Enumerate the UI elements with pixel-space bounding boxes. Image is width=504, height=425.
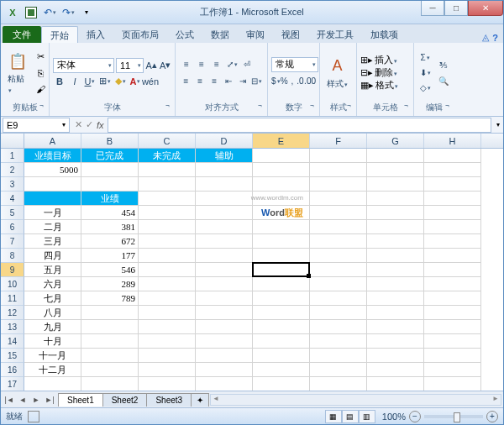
fill-color-button[interactable]: ◆ xyxy=(113,75,127,88)
underline-button[interactable]: U xyxy=(83,75,97,88)
qat-customize-icon[interactable]: ▾ xyxy=(78,4,95,21)
name-box[interactable]: E9▾ xyxy=(3,118,70,133)
fill-icon[interactable]: ⬇ xyxy=(417,66,433,81)
page-break-view-icon[interactable]: ▥ xyxy=(359,410,375,423)
number-format-combo[interactable]: 常规 xyxy=(271,57,318,72)
format-cells-icon[interactable]: ▦▸ xyxy=(360,80,374,91)
tab-home[interactable]: 开始 xyxy=(41,26,78,43)
increase-font-icon[interactable]: A▴ xyxy=(145,59,158,72)
horizontal-scrollbar[interactable] xyxy=(210,394,501,406)
currency-icon[interactable]: $ xyxy=(271,74,281,89)
col-c[interactable]: C xyxy=(139,134,196,148)
merge-cells-icon[interactable]: ⊟ xyxy=(249,74,264,89)
cell[interactable]: 辅助 xyxy=(196,149,253,163)
col-e[interactable]: E xyxy=(253,134,310,148)
expand-formula-icon[interactable]: ▾ xyxy=(493,121,503,129)
redo-icon[interactable]: ↷ xyxy=(60,4,76,21)
col-g[interactable]: G xyxy=(367,134,424,148)
col-h[interactable]: H xyxy=(424,134,481,148)
tab-data[interactable]: 数据 xyxy=(202,26,238,43)
tab-addins[interactable]: 加载项 xyxy=(362,26,407,43)
minimize-ribbon-icon[interactable]: ◬ xyxy=(482,32,489,43)
wrap-text-icon[interactable]: ⏎ xyxy=(239,57,255,72)
insert-cells-button[interactable]: 插入 xyxy=(375,54,397,66)
normal-view-icon[interactable]: ▦ xyxy=(325,410,342,423)
orientation-icon[interactable]: ⤢ xyxy=(224,57,239,72)
tab-layout[interactable]: 页面布局 xyxy=(113,26,167,43)
paste-button[interactable]: 📋 粘贴 xyxy=(4,45,31,101)
tab-developer[interactable]: 开发工具 xyxy=(308,26,362,43)
clear-icon[interactable]: ◇ xyxy=(417,81,433,96)
col-a[interactable]: A xyxy=(24,134,81,148)
font-name-combo[interactable]: 宋体 xyxy=(53,58,114,73)
formula-input[interactable] xyxy=(108,118,491,133)
styles-button[interactable]: A 样式 xyxy=(323,45,351,101)
excel-icon[interactable]: X xyxy=(4,4,21,21)
tab-file[interactable]: 文件 xyxy=(3,26,41,43)
percent-icon[interactable]: % xyxy=(281,74,289,89)
zoom-out-button[interactable]: − xyxy=(409,411,421,422)
italic-button[interactable]: I xyxy=(68,75,81,88)
increase-decimal-icon[interactable]: .0 xyxy=(297,74,305,89)
tab-review[interactable]: 审阅 xyxy=(238,26,273,43)
page-layout-view-icon[interactable]: ▤ xyxy=(342,410,359,423)
cancel-formula-icon[interactable]: ✕ xyxy=(75,119,82,130)
increase-indent-icon[interactable]: ⇥ xyxy=(235,74,249,89)
format-painter-icon[interactable]: 🖌 xyxy=(33,81,48,97)
col-d[interactable]: D xyxy=(196,134,253,148)
font-color-button[interactable]: A xyxy=(129,75,142,88)
grid-rows[interactable]: 1业绩目标已完成未完成辅助 25000 3 4业绩 5一月454 6二月381 … xyxy=(1,149,503,391)
align-middle-icon[interactable]: ≡ xyxy=(194,57,209,72)
align-bottom-icon[interactable]: ≡ xyxy=(209,57,224,72)
sheet-tab-3[interactable]: Sheet3 xyxy=(146,393,192,407)
tab-nav-next-icon[interactable]: ► xyxy=(29,393,43,407)
delete-cells-icon[interactable]: ⊟▸ xyxy=(360,67,373,78)
zoom-slider[interactable] xyxy=(424,415,483,418)
decrease-font-icon[interactable]: A▾ xyxy=(159,59,171,72)
macro-record-icon[interactable] xyxy=(28,411,39,422)
maximize-button[interactable]: □ xyxy=(444,1,468,16)
tab-formulas[interactable]: 公式 xyxy=(167,26,202,43)
tab-insert[interactable]: 插入 xyxy=(78,26,113,43)
cell[interactable]: 未完成 xyxy=(139,149,196,163)
align-right-icon[interactable]: ≡ xyxy=(207,74,222,89)
enter-formula-icon[interactable]: ✓ xyxy=(86,119,93,130)
delete-cells-button[interactable]: 删除 xyxy=(375,66,397,79)
save-icon[interactable] xyxy=(23,4,39,21)
bold-button[interactable]: B xyxy=(53,75,66,88)
fx-icon[interactable]: fx xyxy=(97,120,104,130)
cell[interactable]: 已完成 xyxy=(81,149,139,163)
select-all-corner[interactable] xyxy=(1,134,24,148)
sheet-tab-2[interactable]: Sheet2 xyxy=(102,393,148,407)
col-b[interactable]: B xyxy=(81,134,139,148)
cell[interactable]: 业绩 xyxy=(81,192,139,206)
format-cells-button[interactable]: 格式 xyxy=(375,79,398,92)
tab-view[interactable]: 视图 xyxy=(273,26,308,43)
new-sheet-icon[interactable]: ✦ xyxy=(191,393,209,407)
font-size-combo[interactable]: 11 xyxy=(116,58,144,73)
comma-icon[interactable]: , xyxy=(288,74,297,89)
copy-icon[interactable]: ⎘ xyxy=(33,66,48,81)
minimize-button[interactable]: ─ xyxy=(421,1,444,16)
align-left-icon[interactable]: ≡ xyxy=(179,74,193,89)
decrease-decimal-icon[interactable]: .00 xyxy=(304,74,316,89)
col-f[interactable]: F xyxy=(310,134,367,148)
zoom-in-button[interactable]: + xyxy=(486,411,498,422)
tab-nav-prev-icon[interactable]: ◄ xyxy=(16,393,29,407)
insert-cells-icon[interactable]: ⊞▸ xyxy=(360,55,373,66)
decrease-indent-icon[interactable]: ⇤ xyxy=(221,74,235,89)
border-button[interactable]: ⊞ xyxy=(98,75,112,88)
tab-nav-last-icon[interactable]: ►| xyxy=(43,393,56,407)
sheet-tab-1[interactable]: Sheet1 xyxy=(58,393,103,407)
autosum-icon[interactable]: Σ xyxy=(417,50,433,66)
tab-nav-first-icon[interactable]: |◄ xyxy=(3,393,16,407)
phonetic-button[interactable]: wén xyxy=(144,75,157,88)
cell[interactable]: 业绩目标 xyxy=(24,149,81,163)
align-top-icon[interactable]: ≡ xyxy=(179,57,194,72)
cut-icon[interactable]: ✂ xyxy=(33,50,48,65)
help-icon[interactable]: ? xyxy=(492,33,498,43)
sort-filter-icon[interactable]: ⅗ xyxy=(436,57,451,72)
find-select-icon[interactable]: 🔍 xyxy=(436,73,451,88)
close-button[interactable]: ✕ xyxy=(468,1,503,16)
zoom-level[interactable]: 100% xyxy=(382,412,406,422)
